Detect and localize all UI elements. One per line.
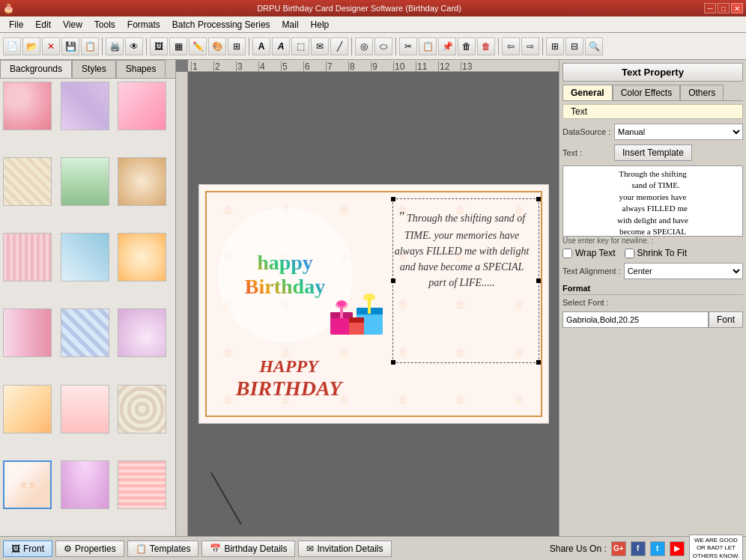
thumb-5[interactable]: [61, 157, 109, 206]
datasource-select[interactable]: Manual: [614, 124, 743, 140]
status-tab-templates[interactable]: 📋 Templates: [127, 541, 199, 557]
insert-template-button[interactable]: Insert Template: [614, 144, 692, 161]
thumb-2[interactable]: [61, 82, 109, 130]
font-input[interactable]: [562, 311, 709, 328]
toolbar-delete2[interactable]: 🗑: [477, 37, 495, 55]
toolbar-new[interactable]: 📄: [3, 37, 21, 55]
prop-tab-color[interactable]: Color Effects: [613, 85, 680, 100]
thumb-7[interactable]: [3, 233, 52, 281]
card-text-right: Through the shifting sand of TIME. your …: [391, 207, 533, 290]
thumb-12[interactable]: [118, 308, 166, 357]
card[interactable]: 🎂🎂🎂🎂🎂🎂 🎂🎂🎂🎂🎂🎂 🎂🎂🎂🎂🎂🎂 🎂🎂🎂🎂🎂🎂 🎂🎂🎂🎂🎂🎂 happy…: [198, 184, 549, 424]
canvas-background[interactable]: 🎂🎂🎂🎂🎂🎂 🎂🎂🎂🎂🎂🎂 🎂🎂🎂🎂🎂🎂 🎂🎂🎂🎂🎂🎂 🎂🎂🎂🎂🎂🎂 happy…: [188, 72, 559, 536]
toolbar-barcode[interactable]: ▦: [169, 37, 187, 55]
status-tab-properties[interactable]: ⚙ Properties: [55, 541, 124, 557]
status-tab-invitation[interactable]: ✉ Invitation Details: [298, 541, 391, 557]
toolbar-delete[interactable]: 🗑: [458, 37, 476, 55]
card-gifts: [327, 290, 401, 350]
social-facebook[interactable]: f: [631, 541, 646, 556]
shrink-fit-checkbox[interactable]: [625, 249, 634, 258]
checkbox-row: Wrap Text Shrink To Fit: [562, 248, 743, 258]
thumb-11[interactable]: [61, 308, 109, 357]
status-tab-birthday[interactable]: 📅 Birthday Details: [201, 541, 295, 557]
window-title: DRPU Birthday Card Designer Software (Bi…: [14, 4, 704, 13]
sep1: [102, 37, 103, 55]
status-tabs: 🖼 Front ⚙ Properties 📋 Templates 📅 Birth…: [3, 541, 392, 557]
menu-formats[interactable]: Formats: [121, 18, 166, 31]
toolbar-preview[interactable]: 👁: [125, 37, 143, 55]
social-twitter[interactable]: t: [650, 541, 665, 556]
menu-edit[interactable]: Edit: [29, 18, 57, 31]
toolbar-image[interactable]: 🖼: [150, 37, 168, 55]
sep5: [395, 37, 396, 55]
toolbar-move-left[interactable]: ⇦: [502, 37, 520, 55]
toolbar-text[interactable]: A: [252, 37, 270, 55]
tab-styles[interactable]: Styles: [72, 60, 116, 78]
tab-backgrounds[interactable]: Backgrounds: [0, 60, 72, 78]
tab-shapes[interactable]: Shapes: [116, 60, 166, 78]
menu-file[interactable]: File: [3, 18, 29, 31]
toolbar-shape[interactable]: ⬚: [291, 37, 309, 55]
ruler-mark: 3: [236, 61, 258, 72]
toolbar-save-as[interactable]: 📋: [81, 37, 99, 55]
toolbar-grid[interactable]: ⊞: [546, 37, 564, 55]
thumb-18[interactable]: [118, 460, 166, 509]
thumb-6[interactable]: [118, 157, 166, 206]
wrap-text-checkbox[interactable]: [562, 249, 572, 258]
social-youtube[interactable]: ▶: [670, 541, 685, 556]
toolbar-close[interactable]: ✕: [42, 37, 60, 55]
menu-batch-processing[interactable]: Batch Processing Series: [166, 18, 276, 31]
format-label: Format: [562, 284, 743, 295]
toolbar-pencil[interactable]: ✏️: [189, 37, 207, 55]
thumb-10[interactable]: [3, 308, 52, 357]
minimize-button[interactable]: ─: [704, 3, 716, 13]
birthday-label: Birthday Details: [224, 544, 287, 554]
toolbar-barcode2[interactable]: ⊞: [228, 37, 246, 55]
ruler-mark: 5: [281, 61, 303, 72]
toolbar-color[interactable]: 🎨: [208, 37, 226, 55]
social-googleplus[interactable]: G+: [611, 541, 626, 556]
toolbar-save[interactable]: 💾: [61, 37, 79, 55]
toolbar-move-right[interactable]: ⇨: [521, 37, 539, 55]
toolbar-open[interactable]: 📂: [22, 37, 40, 55]
sep7: [542, 37, 543, 55]
font-button[interactable]: Font: [709, 311, 743, 328]
templates-icon: 📋: [136, 544, 147, 554]
menu-view[interactable]: View: [57, 18, 88, 31]
status-tab-front[interactable]: 🖼 Front: [3, 541, 52, 557]
menu-mail[interactable]: Mail: [276, 18, 305, 31]
thumb-17[interactable]: [61, 460, 109, 509]
text-tab[interactable]: Text: [562, 104, 743, 119]
thumb-8[interactable]: [61, 233, 109, 281]
text-textarea[interactable]: Through the shifting sand of TIME. your …: [562, 165, 743, 237]
toolbar-grid2[interactable]: ⊟: [565, 37, 583, 55]
toolbar-paste[interactable]: 📌: [438, 37, 456, 55]
prop-tab-general[interactable]: General: [562, 85, 613, 100]
thumb-16[interactable]: 🎂🎂: [3, 460, 52, 509]
toolbar-circle[interactable]: ◎: [355, 37, 373, 55]
toolbar-text2[interactable]: A: [272, 37, 290, 55]
thumb-4[interactable]: [3, 157, 52, 206]
thumb-13[interactable]: [3, 385, 52, 433]
prop-tab-others[interactable]: Others: [680, 85, 724, 100]
thumb-15[interactable]: [118, 385, 166, 433]
toolbar-email[interactable]: ✉: [311, 37, 329, 55]
ruler-mark: 4: [258, 61, 281, 72]
close-button[interactable]: ✕: [731, 3, 743, 13]
menu-tools[interactable]: Tools: [88, 18, 121, 31]
ruler-mark: 7: [326, 61, 348, 72]
toolbar-copy[interactable]: 📋: [419, 37, 437, 55]
thumb-1[interactable]: [3, 82, 52, 130]
toolbar-line[interactable]: ╱: [330, 37, 348, 55]
thumb-3[interactable]: [118, 82, 166, 130]
toolbar-cut[interactable]: ✂: [399, 37, 417, 55]
menu-help[interactable]: Help: [305, 18, 336, 31]
text-alignment-select[interactable]: Center Left Right: [624, 263, 743, 279]
thumb-9[interactable]: [118, 233, 166, 281]
toolbar-print[interactable]: 🖨️: [106, 37, 124, 55]
toolbar-zoom-in[interactable]: 🔍: [585, 37, 603, 55]
thumb-14[interactable]: [61, 385, 109, 433]
maximize-button[interactable]: □: [718, 3, 730, 13]
toolbar-ellipse[interactable]: ⬭: [374, 37, 392, 55]
templates-label: Templates: [150, 544, 191, 554]
